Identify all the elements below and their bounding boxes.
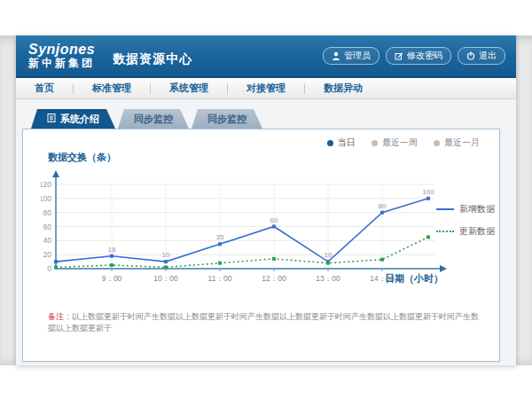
brand-name: Synjones [28, 43, 95, 58]
svg-text:10：00: 10：00 [153, 274, 178, 283]
chart-legend: 新增数据 更新数据 [436, 203, 495, 238]
legend-item-new-data: 新增数据 [436, 203, 495, 215]
logout-button[interactable]: 退出 [458, 47, 505, 65]
document-icon [47, 113, 56, 124]
svg-text:9：00: 9：00 [102, 274, 122, 283]
svg-text:35: 35 [216, 233, 224, 241]
footnote-label: 备注 [48, 312, 64, 321]
svg-text:11：00: 11：00 [208, 274, 232, 283]
tab-label: 系统介绍 [60, 113, 99, 126]
svg-text:60: 60 [270, 216, 278, 224]
series-新增数据: 181035601080100 [54, 188, 434, 263]
radio-last-week[interactable]: 最近一周 [372, 137, 418, 149]
header-actions: 管理员 修改密码 退出 [323, 47, 505, 65]
user-button-label: 管理员 [344, 50, 371, 62]
svg-text:60: 60 [43, 223, 52, 231]
tab-bar: 系统介绍 同步监控 同步监控 [31, 109, 265, 129]
nav-item-standard-mgmt[interactable]: 标准管理 [74, 82, 150, 95]
svg-text:13：00: 13：00 [316, 274, 340, 283]
radio-today[interactable]: 当日 [327, 137, 356, 149]
svg-text:100: 100 [41, 194, 51, 203]
tab-label: 同步监控 [207, 113, 246, 126]
nav-item-home[interactable]: 首页 [16, 82, 73, 95]
svg-text:80: 80 [379, 202, 387, 210]
app-header: Synjones 新中新集团 数据资源中心 管理员 修改密码 [16, 35, 516, 78]
svg-text:100: 100 [422, 188, 434, 196]
legend-label: 新增数据 [459, 203, 495, 215]
tab-label: 同步监控 [134, 113, 173, 126]
svg-text:0: 0 [47, 264, 51, 273]
legend-item-updated-data: 更新数据 [436, 225, 495, 238]
edit-icon [395, 51, 403, 60]
radio-dot-icon [327, 140, 333, 146]
footnote-text: ：以上数据更新于时间产生数据以上数据更新于时间产生数据以上数据更新于时间产生数据… [48, 312, 479, 332]
radio-label: 最近一周 [382, 137, 418, 149]
svg-text:120: 120 [41, 180, 51, 189]
brand-name-cn: 新中新集团 [28, 58, 95, 69]
svg-text:80: 80 [43, 208, 52, 217]
radio-dot-icon [372, 140, 378, 146]
radio-dot-icon [434, 140, 440, 146]
svg-text:10: 10 [162, 251, 170, 259]
y-axis-title: 数据交换（条） [48, 151, 116, 164]
radio-last-month[interactable]: 最近一月 [434, 137, 480, 149]
brand-logo: Synjones 新中新集团 [28, 43, 95, 68]
legend-label: 更新数据 [459, 225, 495, 238]
page-title: 数据资源中心 [113, 51, 192, 67]
tab-system-intro[interactable]: 系统介绍 [31, 109, 115, 129]
change-password-label: 修改密码 [407, 50, 442, 62]
radio-label: 当日 [338, 137, 356, 149]
screen: Synjones 新中新集团 数据资源中心 管理员 修改密码 [0, 0, 532, 399]
nav-item-data-change[interactable]: 数据异动 [305, 82, 381, 95]
tab-sync-monitor-1[interactable]: 同步监控 [118, 109, 189, 129]
svg-text:12：00: 12：00 [262, 274, 286, 283]
radio-label: 最近一月 [444, 137, 480, 149]
content-panel: 当日 最近一周 最近一月 数据交换（条） 0204060801001209：00… [22, 129, 500, 362]
time-range-filter: 当日 最近一周 最近一月 [327, 137, 480, 149]
main-nav: 首页 标准管理 系统管理 对接管理 数据异动 [16, 78, 516, 99]
svg-text:20: 20 [43, 250, 52, 259]
line-swatch-icon [436, 208, 454, 210]
tab-sync-monitor-2[interactable]: 同步监控 [192, 109, 262, 129]
user-icon [332, 51, 340, 60]
svg-text:40: 40 [43, 236, 52, 245]
line-swatch-icon [436, 231, 454, 232]
nav-item-interface-mgmt[interactable]: 对接管理 [228, 82, 304, 95]
logout-label: 退出 [479, 50, 497, 62]
nav-item-system-mgmt[interactable]: 系统管理 [151, 82, 227, 95]
footnote: 备注：以上数据更新于时间产生数据以上数据更新于时间产生数据以上数据更新于时间产生… [48, 311, 482, 334]
app-window: Synjones 新中新集团 数据资源中心 管理员 修改密码 [16, 35, 516, 365]
svg-text:10: 10 [325, 251, 332, 259]
change-password-button[interactable]: 修改密码 [386, 47, 451, 65]
power-icon [466, 51, 475, 60]
user-button[interactable]: 管理员 [323, 47, 379, 65]
x-axis-title: 日期（小时） [385, 272, 443, 286]
svg-text:18: 18 [108, 246, 116, 254]
